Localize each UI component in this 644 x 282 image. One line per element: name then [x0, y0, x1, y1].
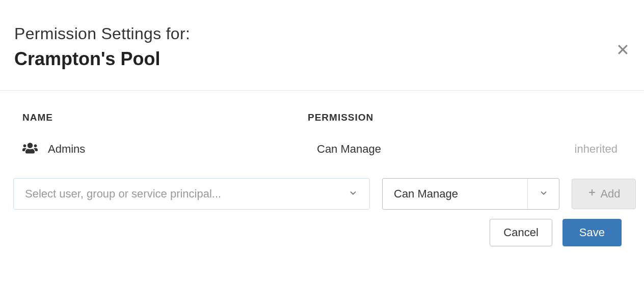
permission-select[interactable]: Can Manage	[382, 178, 559, 210]
column-header-permission: PERMISSION	[308, 112, 522, 123]
chevron-down-icon	[348, 188, 358, 200]
dialog-content: NAME PERMISSION Admins Can Manage inheri…	[0, 91, 644, 210]
close-icon: ✕	[616, 41, 630, 59]
add-button[interactable]: Add	[572, 179, 636, 209]
column-header-name: NAME	[22, 112, 308, 123]
resource-name: Crampton's Pool	[14, 48, 630, 70]
permissions-table: NAME PERMISSION Admins Can Manage inheri…	[22, 91, 622, 210]
permission-select-value: Can Manage	[383, 187, 527, 201]
title-prefix: Permission Settings for:	[14, 24, 630, 43]
add-permission-row: Select user, group or service principal.…	[13, 169, 622, 210]
principal-name: Admins	[48, 143, 85, 156]
plus-icon	[587, 187, 597, 201]
permission-status: inherited	[575, 143, 622, 155]
table-row: Admins Can Manage inherited	[22, 137, 622, 169]
principal-placeholder: Select user, group or service principal.…	[25, 187, 221, 201]
close-button[interactable]: ✕	[616, 42, 630, 58]
chevron-down-icon	[539, 188, 549, 200]
dialog-header: Permission Settings for: Crampton's Pool…	[0, 0, 644, 91]
table-header: NAME PERMISSION	[22, 91, 622, 137]
add-button-label: Add	[600, 187, 620, 201]
cancel-button[interactable]: Cancel	[490, 219, 552, 246]
group-icon	[22, 142, 38, 157]
save-button[interactable]: Save	[562, 219, 622, 246]
principal-select[interactable]: Select user, group or service principal.…	[13, 178, 370, 210]
permission-value: Can Manage	[308, 143, 381, 155]
dialog-footer: Cancel Save	[0, 210, 644, 246]
